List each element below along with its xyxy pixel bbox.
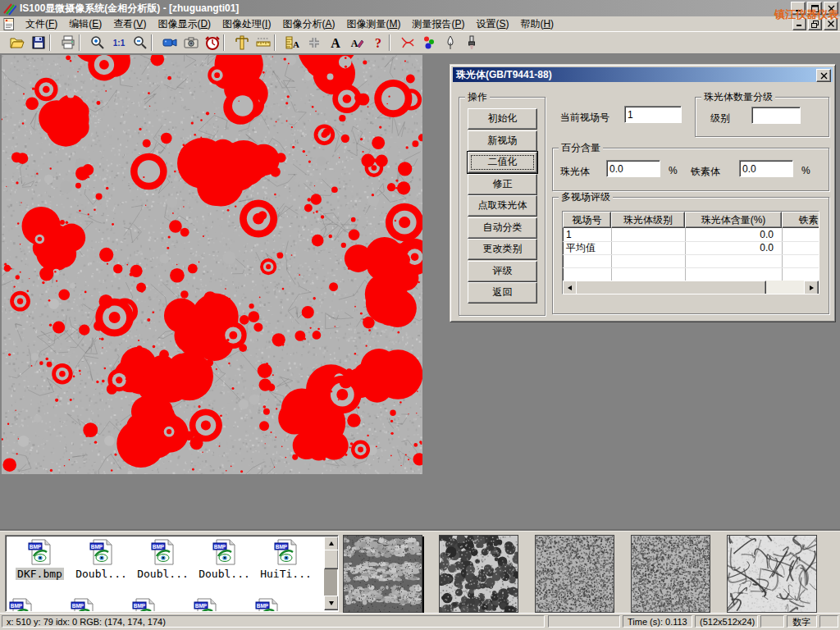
file-item-row2-2[interactable]: BMP bbox=[132, 598, 194, 612]
svg-text:BMP: BMP bbox=[29, 544, 41, 550]
toolbar-button-camera[interactable] bbox=[177, 33, 199, 52]
menu-item-settings[interactable]: 设置(S) bbox=[470, 16, 514, 32]
file-browser-scrollbar[interactable] bbox=[324, 536, 337, 609]
file-item-row2-0[interactable]: BMP bbox=[9, 598, 71, 612]
toolbar-button-video-camera[interactable] bbox=[156, 33, 177, 52]
toolbar-button-grid-tool[interactable] bbox=[300, 33, 322, 52]
svg-text:1:1: 1:1 bbox=[113, 39, 126, 48]
table-hscrollbar[interactable] bbox=[563, 281, 819, 294]
operation-group-label: 操作 bbox=[465, 92, 490, 102]
grading-level-input[interactable] bbox=[751, 107, 801, 124]
op-button-correct[interactable]: 修正 bbox=[468, 174, 537, 195]
file-item-row2-3[interactable]: BMP bbox=[194, 598, 255, 612]
toolbar-button-print[interactable] bbox=[54, 33, 75, 52]
toolbar-button-red-curve[interactable] bbox=[394, 33, 415, 52]
toolbar-button-text-a[interactable]: A bbox=[322, 33, 343, 52]
current-field-input[interactable] bbox=[624, 106, 682, 123]
mdi-close-button[interactable] bbox=[824, 18, 838, 30]
text-a-icon: A bbox=[327, 34, 344, 51]
bmp-file-icon: BMP bbox=[28, 539, 52, 565]
thumbnail-1[interactable] bbox=[343, 535, 422, 613]
table-cell-pearlite[interactable]: 0.0 bbox=[685, 228, 774, 241]
table-gridline-h bbox=[563, 267, 819, 268]
table-cell-pearlite[interactable]: 0.0 bbox=[685, 241, 774, 254]
table-cell-field[interactable]: 平均值 bbox=[563, 241, 611, 254]
scroll-right-button[interactable] bbox=[804, 281, 819, 294]
svg-text:BMP: BMP bbox=[257, 603, 269, 609]
workspace: 珠光体(GB/T9441-88) 操作 初始化新视场二值化修正点取珠光体自动分类… bbox=[0, 54, 840, 529]
dialog-close-button[interactable] bbox=[816, 69, 831, 82]
op-button-initialize[interactable]: 初始化 bbox=[468, 108, 537, 130]
toolbar-button-caliper[interactable] bbox=[228, 33, 249, 52]
toolbar-button-zoom-in[interactable] bbox=[84, 33, 105, 52]
close-button[interactable] bbox=[824, 2, 838, 15]
op-button-rate[interactable]: 评级 bbox=[468, 261, 537, 282]
status-image-size: (512x512x24) bbox=[695, 615, 758, 628]
thumbnail-5[interactable] bbox=[727, 535, 817, 613]
table-gridline-h bbox=[563, 254, 819, 255]
op-button-new-field[interactable]: 新视场 bbox=[468, 130, 537, 152]
menu-item-file[interactable]: 文件(F) bbox=[20, 16, 63, 32]
hscrollbar-thumb[interactable] bbox=[576, 281, 766, 294]
file-name: Doubl... bbox=[135, 568, 190, 580]
maximize-button[interactable] bbox=[807, 2, 822, 15]
table-header-2: 珠光体含量(%) bbox=[685, 212, 782, 228]
op-button-return[interactable]: 返回 bbox=[468, 282, 537, 304]
menu-item-edit[interactable]: 编辑(E) bbox=[63, 16, 107, 32]
menu-item-image-analysis[interactable]: 图像分析(A) bbox=[276, 16, 340, 32]
menu-item-view[interactable]: 查看(V) bbox=[107, 16, 152, 32]
toolbar-button-pen-tool[interactable] bbox=[436, 33, 458, 52]
thumbnail-4[interactable] bbox=[631, 535, 710, 613]
toolbar-button-measure-text[interactable]: A bbox=[279, 33, 300, 52]
toolbar-button-brush-tool[interactable] bbox=[458, 33, 479, 52]
svg-text:BMP: BMP bbox=[90, 544, 103, 550]
rating-table[interactable]: 视场号珠光体级别珠光体含量(%)铁素体含量(%)10.0平均值0.0 bbox=[562, 211, 819, 294]
file-item-0[interactable]: BMPDKF.bmp bbox=[9, 539, 71, 580]
mdi-restore-button[interactable] bbox=[808, 18, 822, 30]
toolbar-button-classify-dots[interactable] bbox=[415, 33, 436, 52]
grid-tool-icon bbox=[306, 34, 322, 51]
thumbnail-2[interactable] bbox=[439, 535, 518, 613]
scroll-down-button[interactable] bbox=[324, 596, 339, 610]
toolbar-button-help[interactable]: ? bbox=[364, 33, 386, 52]
menu-item-image-process[interactable]: 图像处理(I) bbox=[217, 16, 276, 32]
toolbar-button-timer[interactable] bbox=[199, 33, 220, 52]
file-item-row2-1[interactable]: BMP bbox=[71, 598, 132, 612]
file-item-row2-4[interactable]: BMP bbox=[255, 598, 317, 612]
toolbar-button-zoom-out[interactable] bbox=[126, 33, 148, 52]
document-icon[interactable] bbox=[3, 18, 16, 30]
ferrite-percent-input[interactable] bbox=[739, 160, 793, 177]
file-name: HuiTi... bbox=[258, 568, 313, 580]
thumbnail-3[interactable] bbox=[535, 535, 614, 613]
op-button-change-class[interactable]: 更改类别 bbox=[468, 239, 537, 260]
file-item-4[interactable]: BMPHuiTi... bbox=[255, 539, 317, 580]
toolbar-button-one-to-one[interactable]: 1:1 bbox=[105, 33, 126, 52]
menu-item-image-measure[interactable]: 图像测量(M) bbox=[340, 16, 406, 32]
toolbar-button-ruler[interactable] bbox=[249, 33, 271, 52]
mdi-minimize-button[interactable] bbox=[792, 18, 806, 30]
menu-item-image-display[interactable]: 图像显示(D) bbox=[152, 16, 217, 32]
op-button-pick-pearlite[interactable]: 点取珠光体 bbox=[468, 195, 537, 217]
file-item-2[interactable]: BMPDoubl... bbox=[132, 539, 194, 580]
svg-text:BMP: BMP bbox=[11, 603, 23, 609]
op-button-auto-classify[interactable]: 自动分类 bbox=[468, 217, 537, 239]
pearlite-percent-input[interactable] bbox=[606, 160, 660, 177]
metallographic-image[interactable] bbox=[2, 55, 422, 474]
menu-item-measure-report[interactable]: 测量报告(P) bbox=[406, 16, 470, 32]
minimize-button[interactable] bbox=[791, 2, 806, 15]
file-item-3[interactable]: BMPDoubl... bbox=[194, 539, 255, 580]
file-item-1[interactable]: BMPDoubl... bbox=[71, 539, 132, 580]
menu-item-help[interactable]: 帮助(H) bbox=[514, 16, 559, 32]
table-header-0: 视场号 bbox=[563, 212, 611, 228]
toolbar-button-open[interactable] bbox=[3, 33, 25, 52]
dialog-title-bar[interactable]: 珠光体(GB/T9441-88) bbox=[453, 67, 833, 82]
op-button-binarize[interactable]: 二值化 bbox=[468, 152, 537, 173]
toolbar-button-text-edit[interactable]: A bbox=[343, 33, 364, 52]
pearlite-percent-unit: % bbox=[669, 165, 678, 176]
current-field-label: 当前视场号 bbox=[560, 111, 609, 125]
measure-text-icon: A bbox=[285, 34, 301, 51]
scrollbar-thumb[interactable] bbox=[324, 550, 339, 569]
classify-dots-icon bbox=[421, 34, 437, 51]
table-cell-field[interactable]: 1 bbox=[563, 228, 611, 241]
toolbar-button-save[interactable] bbox=[25, 33, 46, 52]
